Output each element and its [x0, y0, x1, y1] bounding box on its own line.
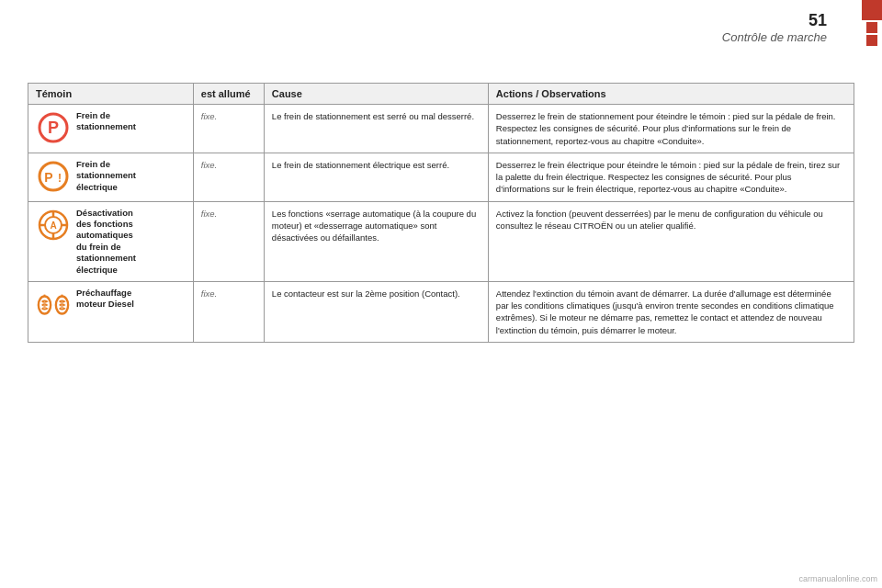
- svg-text:P: P: [44, 170, 52, 185]
- allume-cell-3: fixe.: [193, 201, 264, 281]
- svg-point-14: [56, 296, 68, 313]
- watermark: carmanualonline.com: [798, 574, 877, 583]
- cause-cell-2: Le frein de stationnement électrique est…: [264, 153, 488, 201]
- table-row: A Désactivation des fonctions automatiqu…: [28, 201, 854, 281]
- actions-cell-2: Desserrez le frein électrique pour étein…: [488, 153, 854, 201]
- electric-parking-icon: P !: [36, 159, 71, 194]
- allume-cell-1: fixe.: [193, 105, 264, 153]
- main-content: Témoin est allumé Cause Actions / Observ…: [28, 83, 854, 560]
- page-title: Contrôle de marche: [722, 30, 827, 44]
- warning-table: Témoin est allumé Cause Actions / Observ…: [28, 83, 854, 343]
- col-header-actions: Actions / Observations: [488, 84, 854, 105]
- actions-cell-1: Desserrez le frein de stationnement pour…: [488, 105, 854, 153]
- table-row: P ! Frein de stationnement électrique fi…: [28, 153, 854, 201]
- temoin-cell-4: Préchauffage moteur Diesel: [28, 281, 194, 342]
- col-header-temoin: Témoin: [28, 84, 194, 105]
- temoin-label-1: Frein de stationnement: [76, 110, 136, 133]
- temoin-label-2: Frein de stationnement électrique: [76, 159, 136, 193]
- auto-functions-icon: A: [36, 208, 71, 243]
- svg-text:A: A: [50, 220, 56, 231]
- table-row: P Frein de stationnement fixe. Le frein …: [28, 105, 854, 153]
- svg-text:!: !: [58, 172, 62, 185]
- temoin-label-4: Préchauffage moteur Diesel: [76, 288, 134, 311]
- temoin-label-3: Désactivation des fonctions automatiques…: [76, 208, 136, 276]
- preheat-icon: [36, 288, 71, 322]
- page-decoration: [862, 0, 882, 48]
- allume-cell-4: fixe.: [193, 281, 264, 342]
- col-header-allume: est allumé: [193, 84, 264, 105]
- table-row: Préchauffage moteur Diesel fixe. Le cont…: [28, 281, 854, 342]
- temoin-cell-1: P Frein de stationnement: [28, 105, 194, 153]
- svg-point-12: [39, 296, 51, 313]
- page-number: 51: [722, 11, 827, 30]
- allume-cell-2: fixe.: [193, 153, 264, 201]
- svg-text:P: P: [48, 119, 59, 137]
- cause-cell-3: Les fonctions «serrage automatique (à la…: [264, 201, 488, 281]
- temoin-cell-2: P ! Frein de stationnement électrique: [28, 153, 194, 201]
- parking-brake-icon: P: [36, 110, 71, 145]
- col-header-cause: Cause: [264, 84, 488, 105]
- cause-cell-4: Le contacteur est sur la 2ème position (…: [264, 281, 488, 342]
- actions-cell-4: Attendez l'extinction du témoin avant de…: [488, 281, 854, 342]
- cause-cell-1: Le frein de stationnement est serré ou m…: [264, 105, 488, 153]
- actions-cell-3: Activez la fonction (peuvent desserrées)…: [488, 201, 854, 281]
- temoin-cell-3: A Désactivation des fonctions automatiqu…: [28, 201, 194, 281]
- page-header: 51 Contrôle de marche: [722, 11, 827, 44]
